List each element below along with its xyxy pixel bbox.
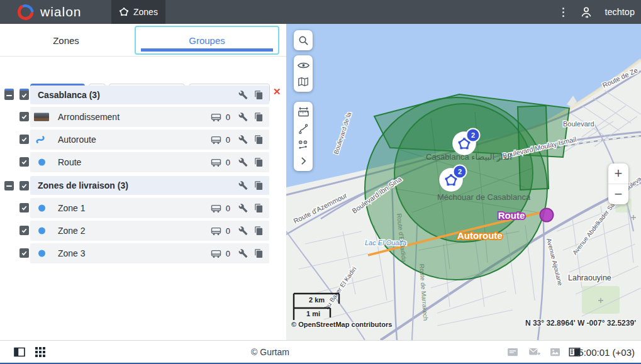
track-points-icon[interactable] (294, 136, 313, 153)
item-checkbox[interactable] (20, 135, 29, 144)
gurtam-copyright[interactable]: © Gurtam (0, 341, 540, 363)
edit-wrench-icon[interactable] (238, 91, 248, 100)
edit-wrench-icon[interactable] (238, 204, 248, 213)
nav-tab-label: Zones (133, 7, 158, 17)
map-layers-icon[interactable] (294, 74, 313, 90)
more-menu-icon[interactable] (559, 5, 568, 19)
brand-name: wialon (40, 4, 82, 19)
zone-polyline-icon (35, 135, 45, 145)
zone-row[interactable]: Arrondissement 0 (30, 107, 269, 127)
zoom-out-button[interactable]: − (608, 184, 628, 204)
current-user[interactable]: techtop (605, 7, 635, 17)
map-search-icon[interactable] (294, 32, 313, 48)
zone-photo-thumbnail (34, 113, 49, 121)
units-count: 0 (226, 226, 230, 236)
top-right-area: techtop (559, 0, 635, 24)
copy-icon[interactable] (254, 91, 264, 100)
visibility-eye-icon[interactable] (294, 57, 313, 74)
group-name: Zones de livraison (3) (38, 180, 128, 190)
copy-icon[interactable] (254, 249, 264, 258)
map-label-mechouar: Méchouar de Casablanca (437, 192, 531, 202)
item-checkbox[interactable] (20, 248, 29, 258)
zone-circle-icon (38, 228, 45, 234)
geofence-icon (119, 7, 129, 17)
bottom-bar: © Gurtam 15:00:01 (+03) (0, 340, 641, 363)
cluster-count-badge: 2 (458, 168, 462, 175)
notices-icon[interactable] (507, 348, 518, 356)
zone-name: Autoroute (58, 135, 96, 145)
zone-label-route: Route (498, 210, 525, 221)
routing-icon[interactable] (294, 120, 313, 136)
group-checkbox[interactable] (20, 181, 29, 190)
mail-send-icon[interactable] (528, 348, 540, 356)
copy-icon[interactable] (254, 226, 264, 236)
zone-row[interactable]: Route 0 (30, 152, 269, 172)
group-header-row[interactable]: Zones de livraison (3) (30, 176, 269, 195)
zones-panel: Zones Groupes Nouveau A↓ user4 (0, 24, 286, 340)
nav-tab-zones[interactable]: Zones (111, 0, 165, 24)
zone-row[interactable]: Zone 2 0 (30, 221, 269, 241)
group-name: Casablanca (3) (38, 90, 100, 100)
units-count: 0 (226, 113, 230, 122)
edit-wrench-icon[interactable] (238, 158, 248, 167)
wialon-logo-icon (18, 4, 34, 20)
cluster-count-badge: 2 (471, 131, 475, 139)
copy-icon[interactable] (254, 204, 264, 213)
zoom-control: + − (608, 163, 628, 204)
zone-row[interactable]: Zone 1 0 (30, 198, 269, 218)
copy-icon[interactable] (254, 113, 264, 122)
wialon-logo: wialon (18, 4, 82, 20)
item-checkbox[interactable] (20, 112, 29, 121)
ruler-icon[interactable] (294, 104, 313, 120)
copy-icon[interactable] (254, 135, 264, 145)
zone-row[interactable]: Autoroute 0 (30, 130, 269, 150)
map-label-boulevard: Boulevard (563, 120, 594, 128)
units-car-icon (211, 113, 221, 121)
units-car-icon (211, 226, 221, 235)
units-count: 0 (226, 135, 230, 145)
edit-wrench-icon[interactable] (238, 249, 248, 258)
group-header-row[interactable]: Casablanca (3) (30, 85, 269, 104)
units-car-icon (211, 158, 221, 167)
zone-name: Zone 2 (58, 226, 86, 236)
zone-name: Zone 1 (58, 203, 86, 213)
copy-icon[interactable] (254, 181, 264, 190)
zone-circle-icon (38, 159, 45, 166)
map-canvas[interactable]: Route d'Azemmour Boulevard Ibn Sina Boul… (286, 24, 641, 340)
edit-wrench-icon[interactable] (238, 113, 248, 122)
copy-icon[interactable] (254, 158, 264, 167)
map-measure-controls (294, 102, 313, 171)
zone-name: Zone 3 (58, 248, 86, 258)
item-checkbox[interactable] (20, 203, 29, 212)
group-collapse-checkbox[interactable] (4, 181, 14, 190)
units-car-icon (211, 249, 221, 258)
map-view-controls (294, 55, 313, 92)
groups-list: Casablanca (3) Arrondissement 0 (0, 24, 286, 340)
scale-km: 2 km (309, 296, 325, 304)
wialon-app: { "colors": { "accent":"#4d7ee0", "topba… (0, 0, 641, 364)
units-car-icon (211, 135, 221, 144)
expand-chevron-icon[interactable] (294, 153, 313, 169)
current-time[interactable]: 15:00:01 (+03) (573, 341, 635, 363)
edit-wrench-icon[interactable] (238, 135, 248, 145)
top-bar: wialon Zones techtop (0, 0, 641, 24)
zone-circle-icon (38, 250, 45, 257)
map-label-lahraouyine: Lahraouyine (568, 273, 611, 282)
zone-row[interactable]: Zone 3 0 (30, 243, 269, 263)
cursor-coordinates: N 33° 32.8964' W -007° 32.5239' (525, 319, 636, 328)
edit-wrench-icon[interactable] (238, 226, 248, 236)
group-collapse-checkbox[interactable] (4, 91, 14, 100)
media-image-icon[interactable] (550, 348, 560, 356)
group-checkbox[interactable] (20, 91, 29, 100)
map-search-control[interactable] (294, 30, 313, 50)
item-checkbox[interactable] (20, 157, 29, 167)
zone-label-autoroute: Autoroute (457, 230, 503, 241)
user-switch-icon[interactable] (579, 5, 593, 19)
zone-name: Route (58, 157, 81, 167)
zoom-in-button[interactable]: + (608, 163, 628, 184)
map-attribution[interactable]: © OpenStreetMap contributors (291, 321, 392, 328)
edit-wrench-icon[interactable] (238, 181, 248, 190)
item-checkbox[interactable] (20, 226, 29, 235)
units-count: 0 (226, 158, 230, 167)
scale-mi: 1 mi (306, 310, 320, 317)
